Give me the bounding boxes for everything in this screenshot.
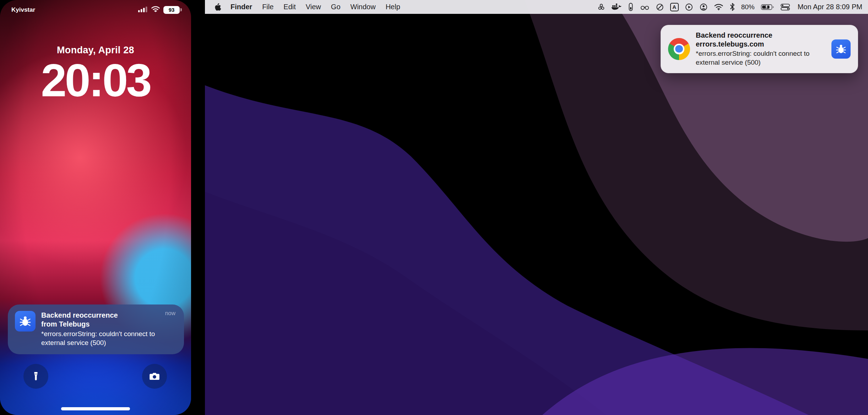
menu-bar-menus: Finder File Edit View Go Window Help xyxy=(215,3,405,11)
menu-bar-status-items: A xyxy=(597,2,862,11)
battery-percent-label[interactable]: 80% xyxy=(741,3,755,11)
menu-edit[interactable]: Edit xyxy=(278,3,300,11)
apple-menu[interactable] xyxy=(215,3,226,11)
telebugs-site-icon xyxy=(831,39,851,59)
menu-bar: Finder File Edit View Go Window Help xyxy=(205,0,868,14)
phone-notification-title-line1: Backend reoccurrence xyxy=(41,311,177,320)
wifi-icon xyxy=(151,6,160,14)
menu-bar-clock[interactable]: Mon Apr 28 8:09 PM xyxy=(798,3,862,11)
phone-status-bar: Kyivstar xyxy=(0,6,191,14)
control-center-icon[interactable] xyxy=(780,3,790,11)
menu-window[interactable]: Window xyxy=(346,3,381,11)
play-circle-icon[interactable] xyxy=(685,3,693,11)
menu-file[interactable]: File xyxy=(257,3,278,11)
phone-notification-timestamp: now xyxy=(165,310,175,317)
screen: Kyivstar xyxy=(0,0,868,415)
flashlight-button[interactable] xyxy=(23,364,48,389)
phone-notification-title-line2: from Telebugs xyxy=(41,320,177,329)
phone-notification[interactable]: Backend reoccurrence from Telebugs *erro… xyxy=(8,304,184,354)
lock-screen-clock: 20:03 xyxy=(0,56,191,105)
user-circle-icon[interactable] xyxy=(699,3,708,11)
home-indicator[interactable] xyxy=(61,407,130,410)
cellular-signal-icon xyxy=(138,6,148,14)
battery-percent-label: 93 xyxy=(169,7,175,13)
input-source-icon[interactable]: A xyxy=(670,3,679,11)
phone-notification-text: Backend reoccurrence from Telebugs *erro… xyxy=(41,311,177,348)
menu-help[interactable]: Help xyxy=(381,3,405,11)
wifi-icon[interactable] xyxy=(714,3,723,11)
menu-view[interactable]: View xyxy=(301,3,326,11)
phone-notification-body: *errors.errorString: couldn't connect to… xyxy=(41,330,177,347)
macos-desktop: Finder File Edit View Go Window Help xyxy=(205,0,868,415)
camera-button[interactable] xyxy=(142,364,167,389)
iphone-lock-screen: Kyivstar xyxy=(0,0,191,415)
macos-notification-title-line1: Backend reoccurrence xyxy=(696,31,826,40)
bluetooth-icon[interactable] xyxy=(729,2,735,11)
phone-status-icons: 93 xyxy=(138,6,180,14)
battery-capsule-icon[interactable] xyxy=(628,2,634,11)
carrier-label: Kyivstar xyxy=(11,6,35,14)
flower-app-icon[interactable] xyxy=(597,3,606,11)
telebugs-app-icon xyxy=(15,311,36,332)
input-source-label: A xyxy=(672,4,676,10)
macos-notification-body: *errors.errorString: couldn't connect to… xyxy=(696,49,826,67)
menu-go[interactable]: Go xyxy=(326,3,346,11)
macos-notification-title-line2: errors.telebugs.com xyxy=(696,40,826,49)
docker-icon[interactable] xyxy=(612,3,622,11)
macos-notification-text: Backend reoccurrence errors.telebugs.com… xyxy=(696,31,826,67)
battery-icon[interactable] xyxy=(761,3,774,11)
glasses-icon[interactable] xyxy=(640,3,650,11)
battery-indicator: 93 xyxy=(163,6,180,14)
chrome-icon xyxy=(668,38,690,60)
do-not-disturb-icon[interactable] xyxy=(656,3,664,11)
macos-notification[interactable]: Backend reoccurrence errors.telebugs.com… xyxy=(661,25,858,73)
battery-nub xyxy=(180,8,182,11)
menu-finder[interactable]: Finder xyxy=(226,3,257,11)
